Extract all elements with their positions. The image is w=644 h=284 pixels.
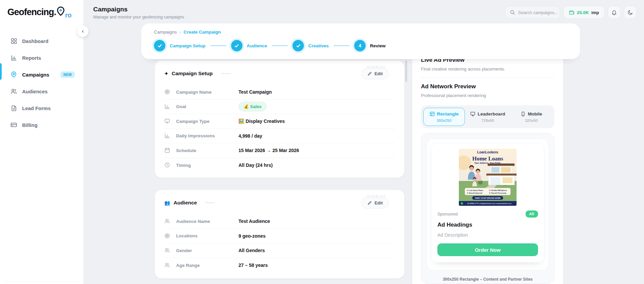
sidebar-item-label: Billing xyxy=(22,122,38,128)
row-label: Daily Impressions xyxy=(176,133,238,138)
location-pin-logo-icon xyxy=(56,6,65,18)
step-connector xyxy=(333,45,350,46)
pencil-icon xyxy=(367,201,372,205)
sidebar: Geofencing. ro Dashboard Reports xyxy=(0,0,84,284)
tab-size: 320x50 xyxy=(512,119,550,123)
step-label: Review xyxy=(370,43,386,48)
users-icon xyxy=(164,247,170,253)
chevron-left-icon: ‹ xyxy=(82,28,84,34)
new-badge: NEW xyxy=(60,72,75,78)
table-row: Age Range 27 – 58 years xyxy=(164,258,395,273)
row-value: 9 geo-zones xyxy=(238,233,266,239)
table-row: Campaign Name Test Campaign xyxy=(164,85,395,100)
sidebar-collapse-button[interactable]: ‹ xyxy=(77,26,89,37)
map-pin-icon xyxy=(10,71,17,78)
row-value: Test Audience xyxy=(238,219,270,224)
step-audience[interactable]: Audience xyxy=(231,40,267,51)
people-emoji-icon: 👥 xyxy=(164,200,170,205)
row-label: Schedule xyxy=(176,148,238,153)
house-illustration xyxy=(486,163,517,185)
sidebar-item-lead-forms[interactable]: Lead Forms xyxy=(4,101,79,115)
sidebar-item-billing[interactable]: Billing xyxy=(4,117,79,132)
table-row: Campaign Type 🖼️ Display Creatives xyxy=(164,114,395,129)
ad-badge: AD xyxy=(526,210,538,218)
brand-name: Geofencing. xyxy=(7,5,56,19)
monitor-icon xyxy=(470,111,475,116)
table-row: Goal 💰 Sales xyxy=(164,100,395,114)
search-box[interactable] xyxy=(505,6,560,19)
row-label: Timing xyxy=(176,163,238,168)
active-nav-indicator xyxy=(0,63,2,80)
row-value: Test Campaign xyxy=(238,89,272,95)
order-now-button[interactable]: Order Now xyxy=(437,243,538,256)
edit-label: Edit xyxy=(374,200,383,205)
tab-label: Mobile xyxy=(528,111,542,116)
users-icon xyxy=(164,218,170,224)
sidebar-item-dashboard[interactable]: Dashboard xyxy=(4,34,79,48)
content-scrollbar-thumb[interactable] xyxy=(405,60,407,82)
tab-size: 300x250 xyxy=(425,119,463,123)
table-row: Gender All Genders xyxy=(164,243,395,258)
impressions-balance[interactable]: 25.0K imp xyxy=(564,6,604,19)
users-icon xyxy=(164,262,170,268)
ad-creative-image: LoanLookers Home Loans Your Address. You… xyxy=(459,149,517,206)
clock-icon xyxy=(164,162,170,168)
pencil-icon xyxy=(367,72,372,76)
target-icon xyxy=(164,233,170,239)
sidebar-item-campaigns[interactable]: Campaigns NEW xyxy=(4,67,79,82)
dark-mode-toggle[interactable] xyxy=(624,6,637,19)
edit-campaign-setup-button[interactable]: Edit xyxy=(361,68,389,79)
row-value: 🖼️ Display Creatives xyxy=(238,119,285,124)
step-review[interactable]: 4 Review xyxy=(354,40,386,51)
file-icon xyxy=(10,104,17,112)
ad-creative-tagline: Your Address. Your Pride. xyxy=(474,162,501,164)
sidebar-item-label: Reports xyxy=(22,55,41,61)
search-input[interactable] xyxy=(518,10,558,15)
row-label: Audience Name xyxy=(176,219,238,224)
row-value: 15 Mar 2026 → 25 Mar 2026 xyxy=(238,148,299,153)
tab-rectangle[interactable]: Rectangle 300x250 xyxy=(423,108,465,126)
tab-mobile[interactable]: Mobile 320x50 xyxy=(511,108,552,126)
topbar: Campaigns Manage and monitor your geofen… xyxy=(84,0,644,25)
impressions-unit: imp xyxy=(591,10,599,15)
breadcrumb-create-campaign[interactable]: Create Campaign xyxy=(183,30,221,35)
impressions-value: 25.0K xyxy=(577,10,589,15)
edit-label: Edit xyxy=(374,71,383,76)
page: Geofencing. ro Dashboard Reports xyxy=(0,0,644,284)
sidebar-item-reports[interactable]: Reports xyxy=(4,50,79,65)
table-row: Schedule 15 Mar 2026 → 25 Mar 2026 xyxy=(164,143,395,158)
brand-logo: Geofencing. ro xyxy=(0,0,84,25)
step-number: 4 xyxy=(359,43,361,48)
placement-tabs: Rectangle 300x250 Leaderboard 728x90 xyxy=(421,105,554,128)
ad-feature-4: Smooth Processing xyxy=(491,192,506,194)
step-creatives[interactable]: Creatives xyxy=(292,40,329,51)
network-preview-title: Ad Network Preview xyxy=(421,83,554,90)
tab-leaderboard[interactable]: Leaderboard 728x90 xyxy=(467,108,508,126)
bar-chart-icon xyxy=(164,104,170,110)
notifications-button[interactable] xyxy=(608,6,621,19)
step-number-badge: 4 xyxy=(354,40,366,51)
wallet-icon xyxy=(569,10,575,15)
row-value: All Day (24 hrs) xyxy=(238,162,273,168)
step-campaign-setup[interactable]: Campaign Setup xyxy=(154,40,206,51)
topbar-actions: 25.0K imp xyxy=(505,6,637,19)
audience-card: 👥 Audience STEP 02 Edit Audience Name Te… xyxy=(155,190,405,279)
calendar-icon xyxy=(164,147,170,153)
breadcrumb-campaigns[interactable]: Campaigns xyxy=(154,30,177,35)
page-title: Campaigns xyxy=(93,6,184,13)
edit-audience-button[interactable]: Edit xyxy=(361,197,389,208)
users-icon xyxy=(10,88,17,95)
tab-size: 728x90 xyxy=(469,119,507,123)
brand-accent: ro xyxy=(65,11,71,19)
tab-label: Rectangle xyxy=(437,111,459,116)
breadcrumb: Campaigns › Create Campaign xyxy=(154,30,580,35)
step-label: Campaign Setup xyxy=(170,43,206,48)
check-icon xyxy=(231,40,243,51)
sidebar-item-audiences[interactable]: Audiences xyxy=(4,84,79,99)
table-row: Locations 9 geo-zones xyxy=(164,229,395,244)
ad-logo-text: LoanLookers xyxy=(477,150,498,154)
monitor-icon xyxy=(164,118,170,124)
sidebar-item-label: Campaigns xyxy=(22,72,49,78)
wizard-stepper: Campaign Setup Audience Creatives 4 xyxy=(154,40,580,51)
check-icon xyxy=(154,40,165,51)
